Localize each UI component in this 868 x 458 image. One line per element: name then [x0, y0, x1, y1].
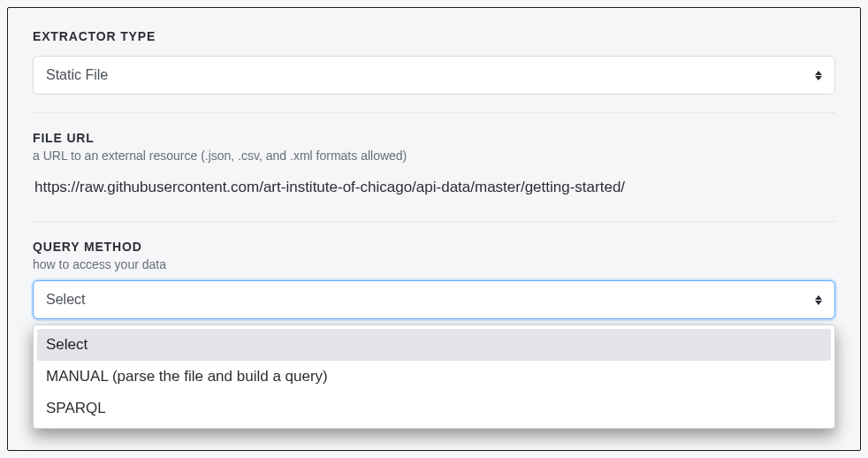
- extractor-type-value: Static File: [46, 67, 108, 83]
- query-method-label: QUERY METHOD: [33, 240, 835, 254]
- query-method-select[interactable]: Select: [33, 280, 835, 319]
- divider: [33, 221, 835, 222]
- extractor-type-select[interactable]: Static File: [33, 56, 835, 95]
- form-panel: EXTRACTOR TYPE Static File FILE URL a UR…: [7, 7, 861, 451]
- query-method-dropdown: Select MANUAL (parse the file and build …: [33, 324, 835, 429]
- divider: [33, 112, 835, 113]
- file-url-label: FILE URL: [33, 131, 835, 145]
- extractor-type-group: EXTRACTOR TYPE Static File: [33, 29, 835, 95]
- dropdown-option-sparql[interactable]: SPARQL: [37, 393, 831, 424]
- query-method-value: Select: [46, 292, 85, 308]
- sort-icon: [815, 295, 822, 305]
- dropdown-option-manual[interactable]: MANUAL (parse the file and build a query…: [37, 361, 831, 393]
- file-url-input[interactable]: [33, 172, 835, 203]
- file-url-help: a URL to an external resource (.json, .c…: [33, 149, 835, 163]
- dropdown-option-select[interactable]: Select: [37, 329, 831, 361]
- query-method-group: QUERY METHOD how to access your data Sel…: [33, 240, 835, 319]
- query-method-help: how to access your data: [33, 257, 835, 271]
- query-method-select-wrap: Select Select MANUAL (parse the file and…: [33, 280, 835, 319]
- extractor-type-select-wrap: Static File: [33, 56, 835, 95]
- sort-icon: [815, 71, 822, 80]
- extractor-type-label: EXTRACTOR TYPE: [33, 29, 835, 43]
- file-url-group: FILE URL a URL to an external resource (…: [33, 131, 835, 203]
